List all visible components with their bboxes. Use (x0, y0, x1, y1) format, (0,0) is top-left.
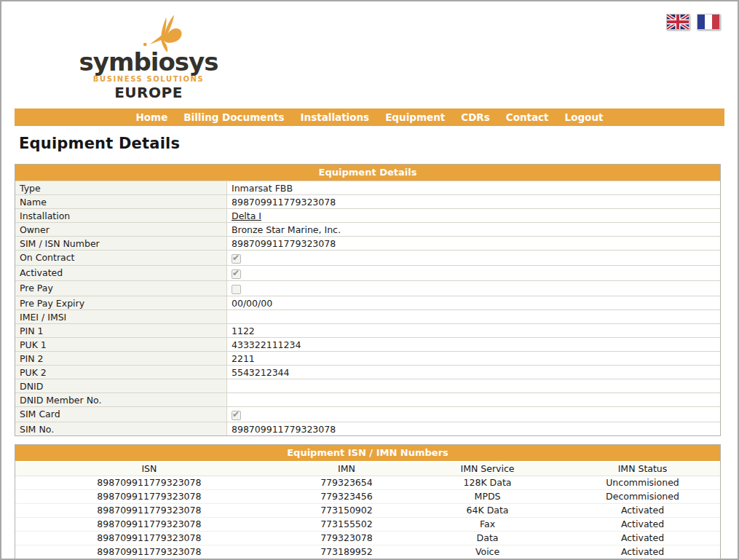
field-label: DNID Member No. (15, 393, 227, 406)
field-value: 00/00/00 (227, 296, 720, 309)
french-flag-icon[interactable] (697, 14, 720, 30)
nav-item-equipment[interactable]: Equipment (385, 111, 445, 123)
field-value: 433322111234 (227, 338, 720, 351)
table-row-sim-no: SIM No.898709911779323078 (15, 422, 720, 435)
column-header-isn: ISN (15, 462, 283, 476)
field-label: PUK 1 (15, 338, 227, 351)
check-icon: ✔ (232, 410, 240, 419)
isn-cell-isn: 898709911779323078 (15, 532, 283, 545)
isn-imn-table: Equipment ISN / IMN Numbers ISNIMNIMN Se… (15, 444, 721, 559)
field-label: Owner (15, 223, 227, 236)
isn-cell-imn-status: Decommisioned (565, 490, 720, 503)
table-row-on-contract: On Contract✔ (15, 250, 720, 265)
table-row-sim-isn-number: SIM / ISN Number898709911779323078 (15, 236, 720, 250)
field-value: ✔ (227, 266, 720, 280)
field-label: PIN 2 (15, 352, 227, 365)
field-value: ✔ (227, 251, 720, 265)
field-value: 5543212344 (227, 366, 720, 379)
nav-item-cdrs[interactable]: CDRs (461, 111, 490, 123)
table-row-name: Name898709911779323078 (15, 194, 720, 208)
isn-cell-imn-status: Activated (565, 532, 720, 545)
isn-cell-isn: 898709911779323078 (15, 476, 283, 489)
isn-cell-imn: 773155502 (283, 518, 410, 531)
pre-pay-checkbox[interactable] (232, 285, 241, 294)
isn-cell-imn-status: Uncommisioned (565, 476, 720, 489)
field-value (227, 379, 720, 393)
field-label: IMEI / IMSI (15, 310, 227, 323)
field-label: Name (15, 195, 227, 208)
table-row-dnid: DNID (15, 379, 720, 393)
isn-cell-isn: 898709911779323078 (15, 490, 283, 503)
page-title: Equipment Details (19, 135, 180, 152)
field-label: PUK 2 (15, 366, 227, 379)
nav-item-installations[interactable]: Installations (301, 111, 370, 123)
field-label: Pre Pay (15, 281, 227, 296)
sim-card-checkbox[interactable]: ✔ (232, 411, 241, 420)
field-label: SIM / ISN Number (15, 237, 227, 250)
table-row-pre-pay: Pre Pay (15, 280, 720, 296)
nav-item-contact[interactable]: Contact (506, 111, 549, 123)
activated-checkbox[interactable]: ✔ (232, 269, 241, 279)
field-value: 898709911779323078 (227, 237, 720, 250)
table-row-pin-1: PIN 11122 (15, 323, 720, 337)
field-value: Inmarsat FBB (227, 181, 720, 194)
table-row-imei-imsi: IMEI / IMSI (15, 309, 720, 323)
table-row-dnid-member-no: DNID Member No. (15, 393, 720, 406)
isn-table-row: 89870991177932307877315090264K DataActiv… (15, 503, 720, 517)
isn-cell-imn-service: MPDS (410, 490, 565, 503)
field-label: Installation (15, 209, 227, 222)
isn-cell-imn: 773189952 (283, 545, 410, 559)
check-icon: ✔ (232, 253, 240, 263)
field-label: On Contract (15, 251, 227, 265)
isn-cell-imn-service: 128K Data (410, 476, 565, 489)
isn-cell-imn-service: Fax (410, 518, 565, 531)
logo-region-text: EUROPE (68, 84, 229, 101)
equipment-details-table: Equipment Details TypeInmarsat FBBName89… (15, 164, 721, 436)
isn-cell-imn: 779323654 (283, 476, 410, 489)
isn-cell-imn-status: Activated (565, 504, 720, 517)
logo-brand-text: symbiosys (68, 50, 229, 74)
isn-cell-imn: 773150902 (283, 504, 410, 517)
isn-table-header: Equipment ISN / IMN Numbers (15, 445, 720, 461)
on-contract-checkbox[interactable]: ✔ (232, 254, 241, 264)
field-value (227, 281, 720, 296)
column-header-imn-status: IMN Status (565, 462, 720, 476)
table-row-pre-pay-expiry: Pre Pay Expiry00/00/00 (15, 296, 720, 309)
english-flag-icon[interactable] (666, 14, 689, 30)
field-value: ✔ (227, 407, 720, 422)
field-label: Type (15, 181, 227, 194)
field-label: PIN 1 (15, 324, 227, 337)
isn-cell-imn-service: Voice (410, 545, 565, 559)
field-value: Delta I (227, 209, 720, 222)
field-value: 898709911779323078 (227, 422, 720, 435)
column-header-imn: IMN (283, 462, 410, 476)
installation-link[interactable]: Delta I (232, 210, 261, 221)
field-label: DNID (15, 379, 227, 393)
details-table-header: Equipment Details (15, 165, 720, 181)
table-row-pin-2: PIN 22211 (15, 351, 720, 365)
nav-item-logout[interactable]: Logout (565, 111, 604, 123)
table-row-activated: Activated✔ (15, 265, 720, 280)
nav-item-billing-documents[interactable]: Billing Documents (183, 111, 284, 123)
page: symbiosys BUSINESS SOLUTIONS EUROPE Home… (0, 0, 739, 560)
field-label: Pre Pay Expiry (15, 296, 227, 309)
field-label: SIM Card (15, 407, 227, 422)
field-label: Activated (15, 266, 227, 280)
isn-table-row: 898709911779323078779323456MPDSDecommisi… (15, 489, 720, 503)
language-switcher (666, 14, 720, 30)
table-row-installation: InstallationDelta I (15, 208, 720, 222)
field-value: 1122 (227, 324, 720, 337)
field-label: SIM No. (15, 422, 227, 435)
main-nav: HomeBilling DocumentsInstallationsEquipm… (15, 109, 724, 126)
field-value (227, 310, 720, 323)
isn-cell-imn: 779323456 (283, 490, 410, 503)
isn-table-row: 898709911779323078779323654128K DataUnco… (15, 476, 720, 489)
field-value: Bronze Star Marine, Inc. (227, 223, 720, 236)
isn-table-row: 898709911779323078773189952VoiceActivate… (15, 545, 720, 559)
table-row-puk-2: PUK 25543212344 (15, 365, 720, 379)
isn-cell-imn: 779323078 (283, 532, 410, 545)
isn-cell-imn-service: Data (410, 532, 565, 545)
nav-item-home[interactable]: Home (136, 111, 168, 123)
field-value: 2211 (227, 352, 720, 365)
isn-cell-isn: 898709911779323078 (15, 545, 283, 559)
